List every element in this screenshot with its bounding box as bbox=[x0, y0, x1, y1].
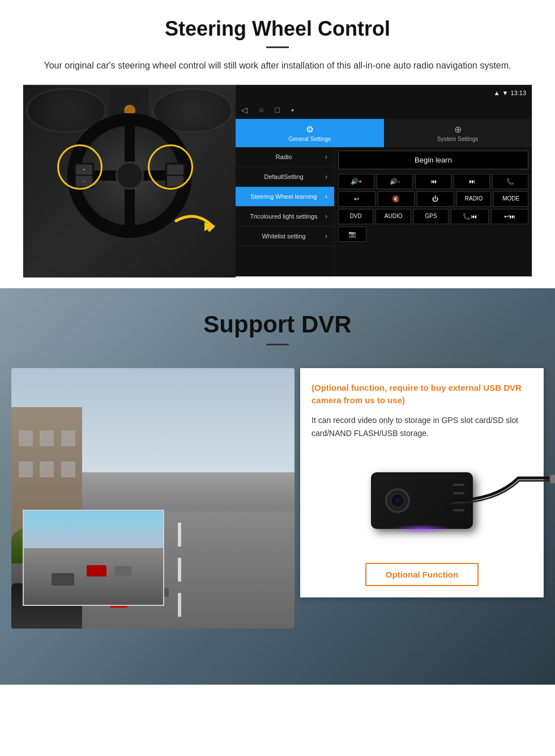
menu-item-steering[interactable]: Steering Wheel learning › bbox=[236, 187, 334, 207]
gps-button[interactable]: GPS bbox=[413, 209, 449, 224]
recents-icon[interactable]: □ bbox=[275, 105, 279, 114]
yellow-arrow bbox=[173, 210, 219, 244]
back-next-button[interactable]: ↩⏭ bbox=[491, 209, 528, 224]
dvr-camera-area bbox=[311, 450, 532, 552]
steering-photo: 🟠 + − bbox=[23, 85, 236, 277]
dvr-description: It can record video only to storage in G… bbox=[311, 414, 532, 441]
controls-area: Begin learn 🔊+ 🔊- ⏮ ⏭ 📞 ↩ 🔇 ⏻ RAD bbox=[335, 147, 532, 276]
dvr-info-card: (Optional function, require to buy exter… bbox=[300, 368, 544, 598]
tab-system-settings[interactable]: ⊕ System Settings bbox=[384, 119, 532, 147]
dvr-left-panel bbox=[11, 368, 294, 629]
menu-default-label: DefaultSetting bbox=[242, 173, 325, 180]
control-row-2: ↩ 🔇 ⏻ RADIO MODE bbox=[338, 191, 528, 207]
screenshot-icon[interactable]: ▪ bbox=[291, 105, 294, 114]
back-icon[interactable]: ◁ bbox=[241, 105, 247, 114]
camera-cable bbox=[450, 467, 555, 523]
android-tabs: ⚙ General Settings ⊕ System Settings bbox=[236, 119, 532, 147]
system-icon: ⊕ bbox=[454, 124, 462, 135]
hangup-button[interactable]: ↩ bbox=[338, 191, 375, 207]
camera-glow bbox=[391, 524, 452, 533]
tab-general-settings[interactable]: ⚙ General Settings bbox=[236, 119, 384, 147]
mute-button[interactable]: 🔇 bbox=[378, 191, 415, 207]
svg-rect-2 bbox=[550, 475, 555, 483]
phone-prev-button[interactable]: 📞⏮ bbox=[451, 209, 488, 224]
next-track-button[interactable]: ⏭ bbox=[454, 174, 490, 189]
menu-list: Radio › DefaultSetting › Steering Wheel … bbox=[236, 147, 335, 276]
steering-image-area: 🟠 + − bbox=[23, 84, 532, 277]
power-button[interactable]: ⏻ bbox=[417, 191, 454, 207]
camera-button[interactable]: 📷 bbox=[338, 227, 366, 242]
steering-section: Steering Wheel Control Your original car… bbox=[0, 0, 555, 288]
menu-item-tricoloured[interactable]: Tricoloured light settings › bbox=[236, 207, 334, 227]
time-display: 13:13 bbox=[510, 89, 526, 96]
chevron-icon: › bbox=[325, 212, 327, 220]
dvr-divider bbox=[266, 344, 289, 345]
menu-item-whitelist[interactable]: Whitelist setting › bbox=[236, 227, 334, 246]
tab-general-label: General Settings bbox=[289, 136, 331, 142]
gear-icon: ⚙ bbox=[306, 124, 314, 135]
chevron-icon: › bbox=[325, 193, 327, 200]
optional-function-button[interactable]: Optional Function bbox=[365, 563, 479, 586]
title-divider bbox=[266, 46, 289, 48]
phone-button[interactable]: 📞 bbox=[492, 174, 528, 189]
control-row-3: DVD AUDIO GPS 📞⏮ ↩⏭ bbox=[338, 209, 528, 224]
audio-button[interactable]: AUDIO bbox=[375, 209, 411, 224]
status-icons: ▲ ▼ 13:13 bbox=[494, 89, 526, 96]
dvr-optional-text: (Optional function, require to buy exter… bbox=[311, 382, 532, 407]
steering-title: Steering Wheel Control bbox=[23, 17, 532, 41]
dvr-title: Support DVR bbox=[0, 311, 555, 338]
radio-button[interactable]: RADIO bbox=[456, 191, 492, 207]
highlight-circle-right bbox=[148, 144, 193, 190]
menu-item-defaultsetting[interactable]: DefaultSetting › bbox=[236, 167, 334, 187]
dvr-street-scene bbox=[11, 368, 294, 629]
android-content: Radio › DefaultSetting › Steering Wheel … bbox=[236, 147, 532, 276]
tab-system-label: System Settings bbox=[437, 136, 478, 142]
begin-learn-button[interactable]: Begin learn bbox=[338, 151, 528, 169]
chevron-icon: › bbox=[325, 232, 327, 240]
android-topbar: ◁ ○ □ ▪ bbox=[236, 101, 532, 119]
camera-lens bbox=[385, 488, 410, 513]
chevron-icon: › bbox=[325, 173, 327, 181]
dvr-section: Support DVR bbox=[0, 288, 555, 685]
prev-track-button[interactable]: ⏮ bbox=[415, 174, 451, 189]
control-row-4: 📷 bbox=[338, 227, 528, 242]
camera-preview bbox=[23, 510, 164, 606]
signal-icon: ▲ bbox=[494, 89, 500, 96]
menu-whitelist-label: Whitelist setting bbox=[242, 233, 325, 240]
menu-steering-label: Steering Wheel learning bbox=[242, 193, 325, 200]
steering-description: Your original car's steering wheel contr… bbox=[34, 58, 521, 73]
vol-down-button[interactable]: 🔊- bbox=[377, 174, 413, 189]
menu-radio-label: Radio bbox=[242, 153, 325, 160]
chevron-icon: › bbox=[325, 153, 327, 161]
wifi-icon: ▼ bbox=[502, 89, 509, 96]
highlight-circle-left bbox=[57, 144, 103, 190]
home-icon[interactable]: ○ bbox=[259, 105, 263, 114]
dvr-camera-device bbox=[371, 472, 473, 529]
dvr-title-area: Support DVR bbox=[0, 288, 555, 357]
menu-tricoloured-label: Tricoloured light settings bbox=[242, 213, 325, 220]
android-panel: ▲ ▼ 13:13 ◁ ○ □ ▪ ⚙ General Settings ⊕ bbox=[236, 85, 532, 276]
dvr-content-area: (Optional function, require to buy exter… bbox=[0, 357, 555, 629]
mode-button[interactable]: MODE bbox=[493, 191, 528, 207]
menu-item-radio[interactable]: Radio › bbox=[236, 147, 334, 167]
vol-up-button[interactable]: 🔊+ bbox=[338, 174, 374, 189]
dvd-button[interactable]: DVD bbox=[338, 209, 373, 224]
control-row-1: 🔊+ 🔊- ⏮ ⏭ 📞 bbox=[338, 174, 528, 189]
android-statusbar: ▲ ▼ 13:13 bbox=[236, 85, 532, 101]
